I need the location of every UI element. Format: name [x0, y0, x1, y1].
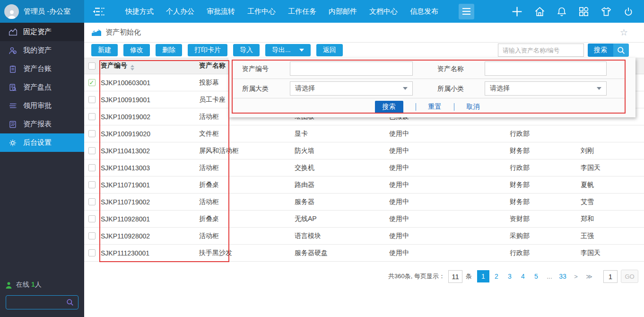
sidebar-item-requisition-approval[interactable]: 领用审批	[0, 97, 84, 115]
cell-asset-number: SJKP100919001	[99, 96, 198, 104]
cell-item-name: 防火墙	[293, 147, 388, 155]
nav-item-info-publish[interactable]: 信息发布	[404, 0, 444, 23]
home-icon[interactable]	[534, 6, 545, 17]
panel-search-button[interactable]: 搜索	[375, 101, 403, 114]
table-row[interactable]: SJKP110719002活动柜服务器使用中财务部艾雪	[84, 194, 644, 211]
cell-asset-number: SJKP110413003	[99, 164, 198, 172]
ledger-icon	[9, 65, 17, 73]
sidebar: 固定资产我的资产资产台账资产盘点领用审批资产报表后台设置 在线 1人	[0, 23, 84, 317]
row-checkbox[interactable]	[88, 198, 96, 205]
row-checkbox[interactable]	[88, 215, 96, 222]
sidebar-item-label: 后台设置	[23, 138, 52, 147]
goto-page-input[interactable]	[603, 270, 618, 283]
sidebar-item-asset-ledger[interactable]: 资产台账	[0, 60, 84, 78]
sidebar-item-backend-settings[interactable]: 后台设置	[0, 133, 84, 152]
next-page-button[interactable]: >	[570, 270, 582, 282]
user-menu[interactable]: 管理员 -办公室	[0, 0, 84, 23]
sidebar-item-my-assets[interactable]: 我的资产	[0, 41, 84, 60]
avatar-icon	[4, 4, 19, 19]
cell-status: 使用中	[388, 249, 508, 257]
column-header-asset-number[interactable]: 资产编号	[99, 62, 198, 70]
minor-category-select[interactable]: 请选择	[485, 81, 607, 96]
delete-button[interactable]: 删除	[156, 44, 182, 56]
sidebar-item-asset-reports[interactable]: 资产报表	[0, 115, 84, 133]
field-label-asset-name: 资产名称	[437, 62, 464, 76]
field-label-asset-number: 资产编号	[242, 62, 269, 76]
toolbar: 新建修改删除打印卡片导入 导出... 返回 搜索	[84, 43, 644, 58]
nav-item-internal-mail[interactable]: 内部邮件	[322, 0, 363, 23]
page-button-5[interactable]: 5	[530, 270, 542, 282]
search-icon[interactable]	[66, 299, 74, 306]
row-checkbox[interactable]	[88, 249, 96, 256]
page-button-2[interactable]: 2	[490, 270, 503, 282]
bell-icon[interactable]	[557, 6, 567, 17]
power-icon[interactable]	[623, 6, 634, 17]
modify-button[interactable]: 修改	[123, 44, 150, 56]
hamburger-menu-button[interactable]	[459, 4, 474, 19]
table-row[interactable]: SJKP100919020文件柜显卡使用中行政部	[84, 125, 644, 142]
cell-status: 使用中	[388, 164, 508, 172]
cell-asset-name: 活动柜	[198, 232, 293, 240]
main-content: 资产初始化 ☆ 新建修改删除打印卡片导入 导出... 返回 搜索 资产编号 资产…	[84, 23, 644, 317]
asset-number-field[interactable]	[290, 62, 413, 76]
cell-department: 行政部	[508, 249, 579, 257]
export-button[interactable]: 导出...	[265, 44, 311, 56]
major-category-select[interactable]: 请选择	[290, 81, 413, 96]
page-button-3[interactable]: 3	[504, 270, 516, 282]
table-row[interactable]: SJKP111230001扶手黑沙发服务器硬盘使用中行政部李国天	[84, 245, 644, 262]
table-row[interactable]: SJKP110413003活动柜交换机使用中行政部李国天	[84, 159, 644, 176]
row-checkbox[interactable]	[88, 147, 96, 154]
sidebar-item-asset-inventory[interactable]: 资产盘点	[0, 78, 84, 97]
sidebar-search-input[interactable]	[10, 299, 66, 306]
cell-user: 刘刚	[579, 147, 644, 155]
nav-item-work-tasks[interactable]: 工作任务	[282, 0, 322, 23]
select-all-checkbox[interactable]	[88, 62, 96, 70]
nav-item-work-center[interactable]: 工作中心	[241, 0, 282, 23]
nav-item-document-center[interactable]: 文档中心	[363, 0, 404, 23]
advanced-search-panel: 资产编号 资产名称 所属大类 请选择 所属小类 请选择 搜索 重置 取消	[228, 58, 635, 117]
nav-item-shortcuts[interactable]: 快捷方式	[119, 0, 160, 23]
go-button[interactable]: GO	[621, 270, 638, 283]
theme-icon[interactable]	[600, 6, 612, 17]
apps-icon[interactable]	[578, 6, 589, 17]
asset-search-button[interactable]: 搜索	[588, 44, 629, 57]
panel-reset-button[interactable]: 重置	[428, 103, 442, 111]
list-icon[interactable]	[92, 7, 105, 17]
page-button-1[interactable]: 1	[477, 270, 489, 282]
asset-name-field[interactable]	[485, 62, 607, 76]
row-checkbox[interactable]	[88, 130, 96, 137]
table-row[interactable]: SJKP110413002屏风和活动柜防火墙使用中财务部刘刚	[84, 142, 644, 159]
table-row[interactable]: SJKP110928002活动柜语言模块使用中采购部王强	[84, 228, 644, 245]
new-button[interactable]: 新建	[91, 44, 118, 56]
row-checkbox[interactable]: ✓	[88, 79, 96, 86]
page-button-33[interactable]: 33	[557, 270, 569, 282]
last-page-button[interactable]: ≫	[583, 270, 595, 282]
page-button-4[interactable]: 4	[517, 270, 529, 282]
row-checkbox[interactable]	[88, 164, 96, 171]
cell-asset-name: 折叠桌	[198, 181, 293, 189]
cell-asset-number: SJKP110719001	[99, 181, 198, 189]
page-size-input[interactable]	[448, 270, 462, 283]
asset-search-input[interactable]	[498, 44, 584, 57]
online-user-icon	[5, 282, 12, 289]
sidebar-item-fixed-assets[interactable]: 固定资产	[0, 23, 84, 41]
nav-item-personal-office[interactable]: 个人办公	[160, 0, 200, 23]
cell-user: 王强	[579, 232, 644, 240]
row-checkbox[interactable]	[88, 96, 96, 103]
table-row[interactable]: SJKP110928001折叠桌无线AP使用中资财部郑和	[84, 211, 644, 228]
chevron-down-icon	[403, 87, 408, 90]
favorite-star-icon[interactable]: ☆	[620, 28, 628, 37]
import-button[interactable]: 导入	[233, 44, 260, 56]
plus-icon[interactable]	[511, 6, 523, 18]
row-checkbox[interactable]	[88, 181, 96, 188]
row-checkbox[interactable]	[88, 232, 96, 239]
print-card-button[interactable]: 打印卡片	[188, 44, 227, 56]
row-checkbox[interactable]	[88, 113, 96, 120]
content-header: 资产初始化 ☆	[84, 23, 644, 43]
nav-item-approval-flow[interactable]: 审批流转	[200, 0, 241, 23]
sort-icon[interactable]	[131, 65, 134, 70]
table-row[interactable]: SJKP110719001折叠桌路由器使用中财务部夏帆	[84, 176, 644, 194]
cell-asset-number: SJKP110413002	[99, 147, 198, 155]
panel-cancel-button[interactable]: 取消	[467, 103, 480, 111]
back-button[interactable]: 返回	[316, 44, 343, 56]
